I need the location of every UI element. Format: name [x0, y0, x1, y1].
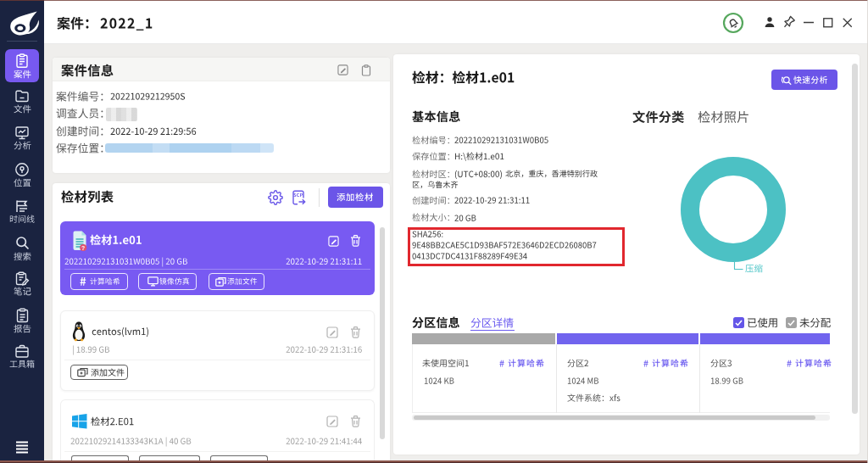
svg-text:?: ? — [81, 244, 85, 250]
